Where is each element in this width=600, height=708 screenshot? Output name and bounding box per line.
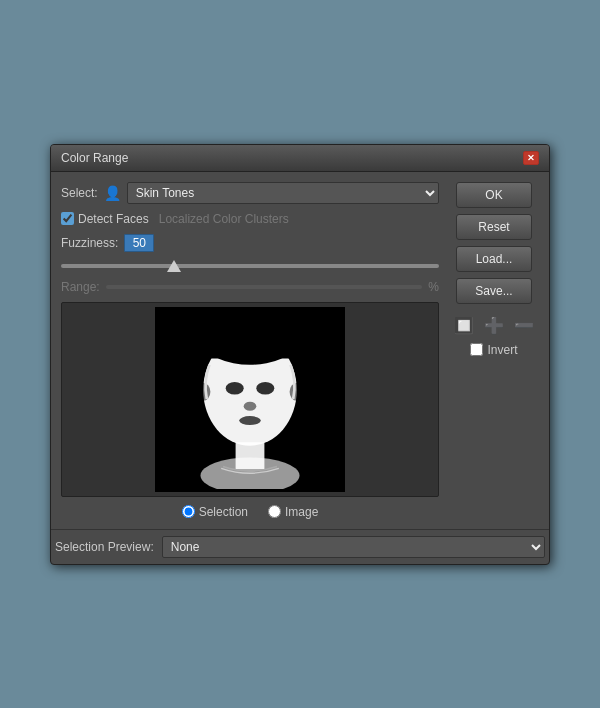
selection-preview-row: Selection Preview: None Grayscale Black … bbox=[51, 529, 549, 564]
save-button[interactable]: Save... bbox=[456, 278, 532, 304]
invert-checkbox[interactable] bbox=[470, 343, 483, 356]
image-radio-label[interactable]: Image bbox=[268, 505, 318, 519]
localized-color-clusters-label: Localized Color Clusters bbox=[159, 212, 289, 226]
detect-faces-label: Detect Faces bbox=[78, 212, 149, 226]
eyedropper-add-button[interactable]: ➕ bbox=[482, 314, 506, 337]
selection-radio[interactable] bbox=[182, 505, 195, 518]
eyedropper-subtract-button[interactable]: ➖ bbox=[512, 314, 536, 337]
selection-preview-dropdown[interactable]: None Grayscale Black Matte White Matte Q… bbox=[162, 536, 545, 558]
fuzziness-slider-track[interactable] bbox=[61, 264, 439, 268]
svg-point-6 bbox=[196, 383, 210, 401]
svg-point-10 bbox=[244, 402, 257, 411]
face-silhouette-svg bbox=[160, 309, 340, 489]
dialog-title: Color Range bbox=[61, 151, 128, 165]
right-panel: OK Reset Load... Save... 🔲 ➕ ➖ Invert bbox=[449, 182, 539, 519]
person-icon: 👤 bbox=[104, 185, 121, 201]
dialog-body: Select: 👤 Skin Tones Reds Greens Blues C… bbox=[51, 172, 549, 529]
ok-button[interactable]: OK bbox=[456, 182, 532, 208]
color-range-dialog: Color Range ✕ Select: 👤 Skin Tones Reds … bbox=[50, 144, 550, 565]
fuzziness-label: Fuzziness: bbox=[61, 236, 118, 250]
selection-radio-text: Selection bbox=[199, 505, 248, 519]
fuzziness-value[interactable]: 50 bbox=[124, 234, 154, 252]
options-row: Detect Faces Localized Color Clusters bbox=[61, 212, 439, 226]
eyedropper-sample-button[interactable]: 🔲 bbox=[452, 314, 476, 337]
fuzziness-row: Fuzziness: 50 bbox=[61, 234, 439, 252]
detect-faces-checkbox[interactable] bbox=[61, 212, 74, 225]
radio-row: Selection Image bbox=[61, 505, 439, 519]
select-row: Select: 👤 Skin Tones Reds Greens Blues C… bbox=[61, 182, 439, 204]
left-panel: Select: 👤 Skin Tones Reds Greens Blues C… bbox=[61, 182, 439, 519]
detect-faces-checkbox-label[interactable]: Detect Faces bbox=[61, 212, 149, 226]
svg-point-7 bbox=[290, 383, 304, 401]
selection-radio-label[interactable]: Selection bbox=[182, 505, 248, 519]
fuzziness-slider-container bbox=[61, 260, 439, 272]
svg-point-11 bbox=[239, 416, 261, 425]
eyedropper-row: 🔲 ➕ ➖ bbox=[452, 314, 536, 337]
range-row: Range: % bbox=[61, 280, 439, 294]
svg-point-9 bbox=[256, 382, 274, 395]
reset-button[interactable]: Reset bbox=[456, 214, 532, 240]
range-label: Range: bbox=[61, 280, 100, 294]
svg-point-8 bbox=[226, 382, 244, 395]
fuzziness-slider-thumb[interactable] bbox=[167, 260, 181, 272]
preview-area bbox=[61, 302, 439, 497]
load-button[interactable]: Load... bbox=[456, 246, 532, 272]
range-track[interactable] bbox=[106, 285, 423, 289]
select-dropdown[interactable]: Skin Tones Reds Greens Blues Cyans Magen… bbox=[127, 182, 439, 204]
invert-label: Invert bbox=[487, 343, 517, 357]
close-button[interactable]: ✕ bbox=[523, 151, 539, 165]
title-bar: Color Range ✕ bbox=[51, 145, 549, 172]
svg-rect-5 bbox=[207, 336, 293, 359]
image-radio[interactable] bbox=[268, 505, 281, 518]
preview-canvas bbox=[155, 307, 345, 492]
image-radio-text: Image bbox=[285, 505, 318, 519]
select-label: Select: bbox=[61, 186, 98, 200]
selection-preview-label: Selection Preview: bbox=[55, 540, 154, 554]
invert-row: Invert bbox=[470, 343, 517, 357]
range-pct: % bbox=[428, 280, 439, 294]
